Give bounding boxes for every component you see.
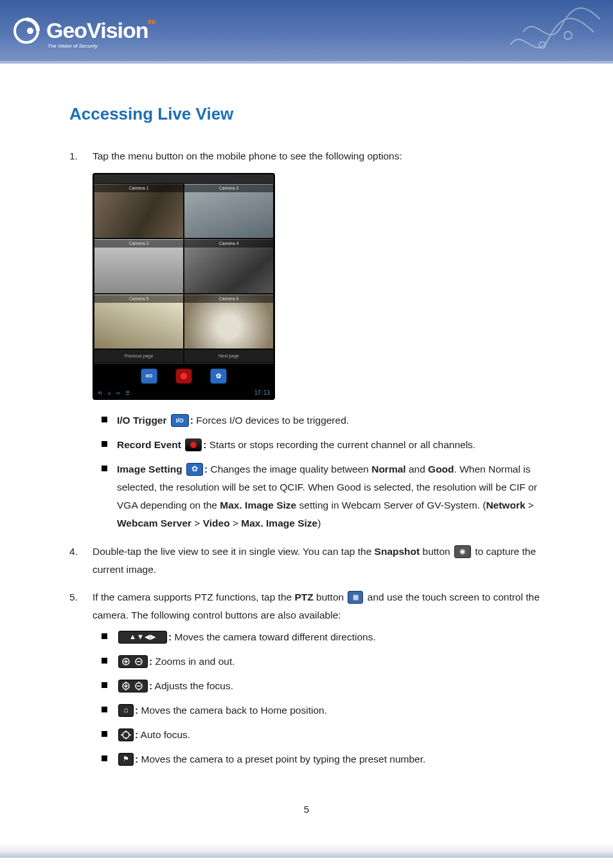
next-page-button[interactable]: Next page: [184, 349, 274, 364]
io-trigger-icon: I/O: [171, 414, 189, 427]
home-icon: ⌂: [118, 704, 134, 717]
step-number: 1.: [69, 147, 78, 165]
svg-point-1: [27, 28, 33, 34]
section-title: Accessing Live View: [69, 99, 544, 129]
brand-suffix: inc: [148, 18, 155, 25]
zoom-icon: [118, 655, 148, 668]
page-footer-shadow: [0, 844, 613, 858]
page-number: 5: [69, 800, 544, 818]
screenshot-statusbar: ⟲ ⌂ ▭ ☰ 17:13: [94, 388, 274, 399]
record-event-icon: [185, 439, 202, 451]
step-number: 5.: [69, 588, 78, 606]
ptz-icon: ▦: [348, 591, 363, 604]
bullet-zoom: : Zooms in and out.: [102, 653, 544, 671]
autofocus-icon: [118, 728, 134, 741]
io-trigger-label: I/O Trigger: [117, 415, 167, 426]
screenshot-titlebar: [94, 174, 274, 183]
camera-cell: Camera 4: [184, 239, 274, 294]
svg-point-18: [123, 732, 129, 738]
bullet-record-event: Record Event : Starts or stops recording…: [102, 436, 544, 454]
bullet-autofocus: : Auto focus.: [102, 726, 544, 744]
snapshot-icon: ◉: [454, 545, 471, 558]
camera-cell: Camera 6: [184, 294, 274, 349]
page-header: GeoVisioninc The Vision of Security: [0, 0, 613, 64]
preset-icon: ⚑: [118, 753, 134, 766]
svg-point-2: [564, 32, 572, 39]
document-body: Accessing Live View 1. Tap the menu butt…: [0, 64, 613, 844]
brand-name: GeoVisioninc The Vision of Security: [46, 18, 155, 43]
logo-swirl-icon: [13, 17, 40, 44]
camera-cell: Camera 2: [184, 183, 274, 239]
io-trigger-button[interactable]: I/O: [141, 368, 157, 384]
camera-grid: Camera 1 Camera 2 Camera 3 Camera 4 Came…: [94, 183, 274, 349]
focus-icon: [118, 680, 148, 692]
step-number: 4.: [69, 543, 78, 561]
screenshot-toolbar: I/O ✿: [94, 363, 274, 388]
step-1: 1. Tap the menu button on the mobile pho…: [69, 147, 544, 532]
bullet-focus: : Adjusts the focus.: [102, 677, 544, 695]
settings-button[interactable]: ✿: [210, 368, 227, 384]
direction-arrows-icon: ▲▼◀▶: [118, 631, 167, 644]
brand-logo: GeoVisioninc The Vision of Security: [13, 17, 155, 44]
bullet-preset: ⚑: Moves the camera to a preset point by…: [102, 750, 544, 768]
camera-cell: Camera 3: [94, 239, 184, 294]
bullet-home: ⌂: Moves the camera back to Home positio…: [102, 701, 544, 719]
status-left-icons: ⟲ ⌂ ▭ ☰: [98, 389, 131, 398]
step-text: Tap the menu button on the mobile phone …: [93, 150, 402, 161]
camera-cell: Camera 5: [94, 294, 184, 349]
step-4: 4. Double-tap the live view to see it in…: [69, 543, 544, 579]
bullet-direction: ▲▼◀▶: Moves the camera toward different …: [102, 628, 544, 646]
camera-cell: Camera 1: [94, 183, 184, 239]
record-event-desc: Starts or stops recording the current ch…: [206, 439, 475, 450]
mobile-screenshot: Camera 1 Camera 2 Camera 3 Camera 4 Came…: [93, 173, 275, 401]
image-setting-icon: ✿: [186, 463, 203, 476]
bullet-io-trigger: I/O Trigger I/O: Forces I/O devices to b…: [102, 411, 544, 429]
image-setting-label: Image Setting: [117, 464, 182, 475]
bullet-image-setting: Image Setting ✿: Changes the image quali…: [102, 460, 544, 532]
io-trigger-desc: Forces I/O devices to be triggered.: [193, 415, 349, 426]
record-button[interactable]: [175, 368, 192, 384]
brand-tagline: The Vision of Security: [48, 43, 98, 49]
status-time: 17:13: [254, 389, 270, 398]
record-event-label: Record Event: [117, 439, 181, 450]
header-decoration-icon: [504, 0, 600, 61]
prev-page-button[interactable]: Previous page: [94, 349, 184, 364]
screenshot-pagination: Previous page Next page: [94, 349, 274, 364]
step-5: 5. If the camera supports PTZ functions,…: [69, 588, 544, 768]
